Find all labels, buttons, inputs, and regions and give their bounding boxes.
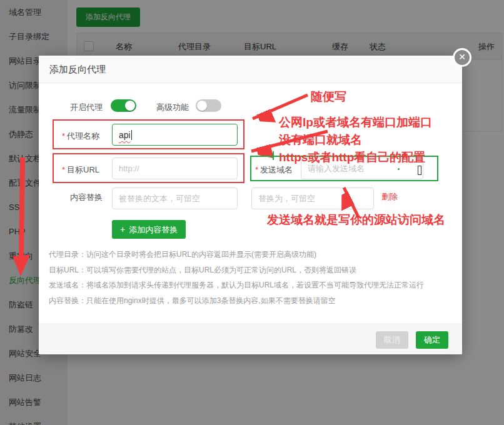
send-domain-input[interactable] [301,158,423,179]
toggle-knob [197,101,207,111]
dialog-title: 添加反向代理 [49,64,106,76]
add-content-replace-button[interactable]: +添加内容替换 [112,220,186,239]
replace-to-input[interactable] [251,188,374,209]
send-domain-label: *发送域名 [255,164,293,176]
delete-replace-link[interactable]: 删除 [381,191,398,202]
help-line-target-url: 目标URL：可以填写你需要代理的站点，目标URL必须为可正常访问的URL，否则将… [49,262,454,278]
advanced-feature-label: 高级功能 [156,102,189,113]
help-text-block: 代理目录：访问这个目录时将会把目标URL的内容返回并显示(需要开启高级功能) 目… [49,247,454,308]
confirm-button[interactable]: 确定 [416,331,448,349]
dialog-footer: 取消 确定 [39,324,462,354]
enable-proxy-toggle[interactable] [111,99,136,112]
ime-cursor [418,166,421,175]
target-url-input[interactable] [112,158,238,179]
proxy-name-input[interactable]: api [112,124,238,146]
required-mark: * [255,165,258,174]
help-line-proxy-dir: 代理目录：访问这个目录时将会把目标URL的内容返回并显示(需要开启高级功能) [49,247,454,262]
content-replace-label: 内容替换 [70,192,103,203]
replace-from-input[interactable] [112,188,238,209]
plus-icon: + [120,224,125,234]
close-icon[interactable]: ✕ [453,48,471,67]
add-reverse-proxy-dialog: 添加反向代理 开启代理 高级功能 *代理名称 api *目标URL *发送域名 … [39,56,462,354]
cancel-button[interactable]: 取消 [376,331,408,349]
ime-dot [398,168,400,170]
text-caret [131,130,132,140]
proxy-name-label: *代理名称 [62,131,99,142]
target-url-label: *目标URL [62,164,99,176]
advanced-feature-toggle[interactable] [196,99,221,112]
help-line-send-domain: 发送域名：将域名添加到请求头传递到代理服务器，默认为目标URL域名，若设置不当可… [49,278,454,293]
toggle-knob [125,101,135,111]
required-mark: * [62,165,65,174]
required-mark: * [62,131,65,141]
enable-proxy-label: 开启代理 [70,102,103,113]
dialog-header: 添加反向代理 [39,56,462,83]
help-line-content-replace: 内容替换：只能在使用nginx时提供，最多可以添加3条替换内容,如果不需要替换请… [49,293,454,309]
proxy-name-value: api [119,130,131,140]
